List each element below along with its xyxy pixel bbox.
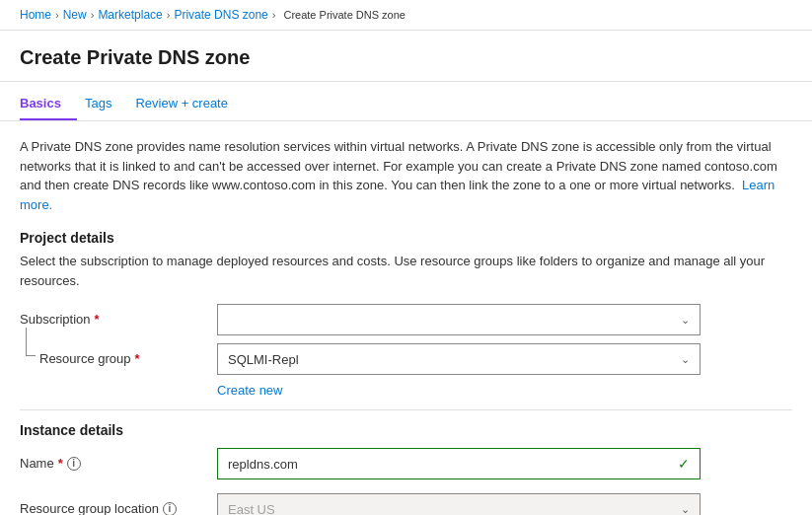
chevron-down-icon: ⌄ (681, 314, 690, 327)
project-details-subtext: Select the subscription to manage deploy… (20, 252, 792, 290)
valid-checkmark-icon: ✓ (678, 456, 690, 472)
name-control: repldns.com ✓ (217, 448, 792, 479)
location-value: East US (228, 502, 275, 516)
project-details-section: Project details Select the subscription … (20, 230, 792, 398)
location-control: East US ⌄ (217, 493, 792, 515)
page-title: Create Private DNS zone (0, 31, 812, 82)
resource-group-required: * (135, 351, 140, 366)
name-row: Name * i repldns.com ✓ (20, 448, 792, 479)
subscription-dropdown[interactable]: ⌄ (217, 304, 701, 335)
description-text: A Private DNS zone provides name resolut… (20, 137, 792, 214)
create-new-link[interactable]: Create new (217, 383, 282, 398)
breadcrumb-private-dns[interactable]: Private DNS zone (174, 8, 267, 22)
location-label: Resource group location i (20, 493, 217, 515)
location-info-icon[interactable]: i (163, 502, 177, 516)
breadcrumb-sep-3: › (167, 9, 171, 21)
name-label: Name * i (20, 448, 217, 471)
tab-tags[interactable]: Tags (85, 86, 127, 120)
content-area: A Private DNS zone provides name resolut… (0, 121, 812, 515)
section-divider (20, 409, 792, 410)
location-chevron-icon: ⌄ (681, 503, 690, 516)
subscription-required: * (95, 312, 100, 327)
project-details-header: Project details (20, 230, 792, 246)
resource-group-chevron-icon: ⌄ (681, 353, 690, 366)
location-row: Resource group location i East US ⌄ (20, 493, 792, 515)
subscription-label: Subscription * (20, 304, 217, 327)
breadcrumb-marketplace[interactable]: Marketplace (98, 8, 162, 22)
tab-review-create[interactable]: Review + create (135, 86, 244, 120)
name-value: repldns.com (228, 457, 298, 472)
breadcrumb-new[interactable]: New (63, 8, 87, 22)
breadcrumb-sep-4: › (272, 9, 276, 21)
subscription-row: Subscription * ⌄ (20, 304, 792, 335)
name-info-icon[interactable]: i (67, 457, 81, 471)
resource-group-control: SQLMI-Repl ⌄ Create new (217, 343, 792, 398)
resource-group-label-container: Resource group * (39, 343, 217, 366)
breadcrumb-current: Create Private DNS zone (283, 9, 406, 21)
resource-group-dropdown[interactable]: SQLMI-Repl ⌄ (217, 343, 701, 375)
breadcrumb-sep-1: › (55, 9, 59, 21)
subscription-control: ⌄ (217, 304, 792, 335)
breadcrumb-home[interactable]: Home (20, 8, 51, 22)
breadcrumb-sep-2: › (91, 9, 95, 21)
tab-basics[interactable]: Basics (20, 86, 77, 120)
name-input[interactable]: repldns.com ✓ (217, 448, 701, 479)
tabs-container: Basics Tags Review + create (0, 86, 812, 121)
instance-details-header: Instance details (20, 422, 792, 438)
instance-details-section: Instance details Name * i repldns.com ✓ … (20, 422, 792, 515)
resource-group-value: SQLMI-Repl (228, 352, 299, 367)
resource-group-row: Resource group * SQLMI-Repl ⌄ Create new (20, 343, 792, 398)
breadcrumb: Home › New › Marketplace › Private DNS z… (0, 0, 812, 31)
location-dropdown: East US ⌄ (217, 493, 701, 515)
name-required: * (58, 456, 63, 471)
